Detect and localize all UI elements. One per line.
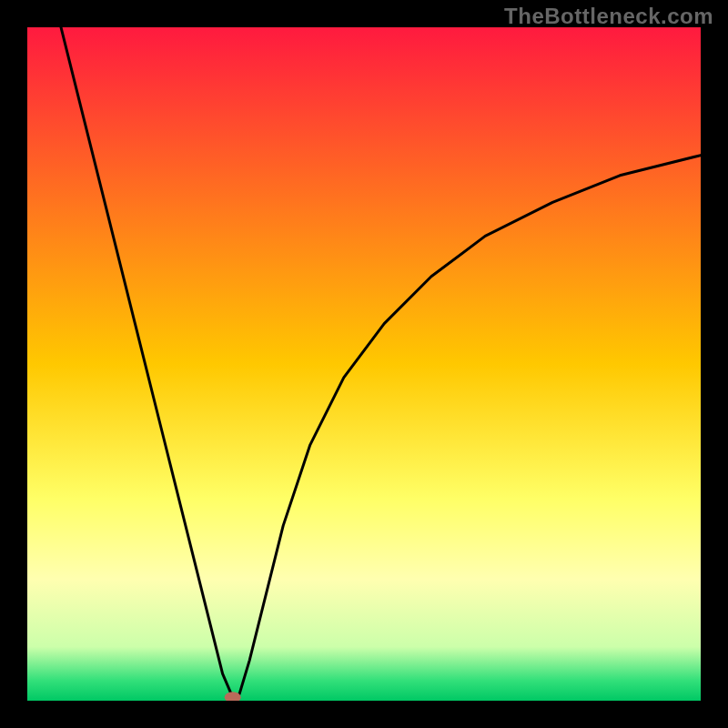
chart-frame: TheBottleneck.com [0, 0, 728, 728]
chart-svg [27, 27, 701, 701]
watermark-text: TheBottleneck.com [504, 4, 713, 29]
gradient-panel [27, 27, 701, 701]
plot-area [27, 27, 701, 701]
